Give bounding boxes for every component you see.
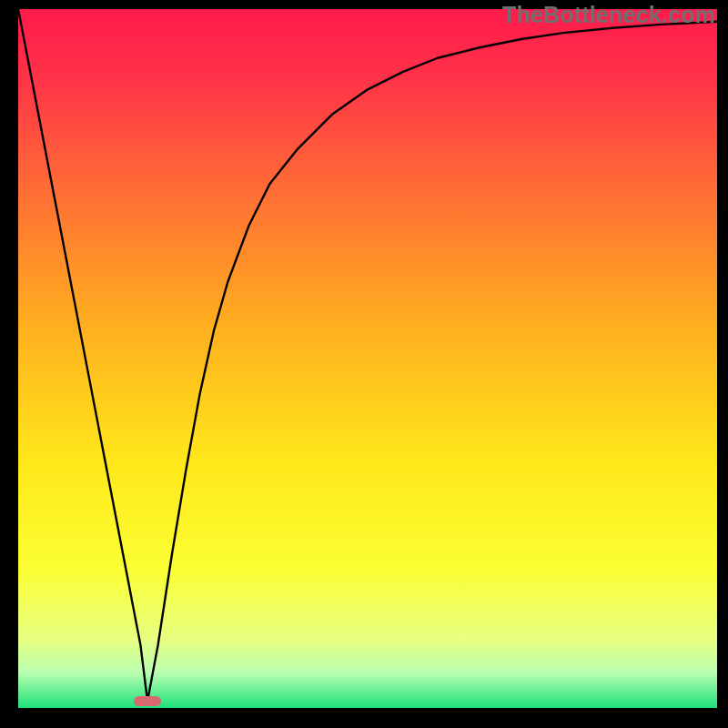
bottleneck-chart (18, 9, 717, 708)
chart-frame (18, 9, 717, 708)
watermark-text: TheBottleneck.com (502, 2, 715, 28)
chart-background (18, 9, 717, 708)
optimum-marker (134, 696, 162, 706)
